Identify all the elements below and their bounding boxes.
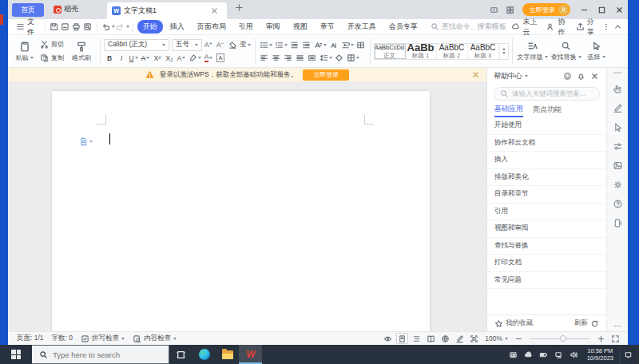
styles-scroll-down-icon[interactable] (502, 52, 506, 54)
home-tab[interactable]: 首页 (12, 3, 44, 17)
taskbar-search-input[interactable] (53, 350, 149, 359)
fullscreen-icon[interactable] (609, 333, 621, 344)
close-help-panel-icon[interactable] (589, 71, 600, 82)
increase-indent-button[interactable] (301, 39, 312, 50)
ribbon-tab-developer[interactable]: 开发工具 (342, 20, 382, 34)
pointer-select-icon[interactable] (608, 117, 627, 136)
help-item-insert[interactable]: 插入 (487, 152, 606, 169)
document-tab[interactable]: W 文字文稿1 (107, 2, 227, 19)
styles-scroll-up-icon[interactable] (502, 48, 506, 50)
help-title-dropdown-icon[interactable] (525, 75, 528, 77)
italic-button[interactable]: I (116, 53, 127, 64)
battery-icon[interactable] (537, 345, 550, 364)
ribbon-tab-view[interactable]: 视图 (288, 20, 313, 34)
style-normal[interactable]: AaBbCcDd 正文 (375, 44, 406, 59)
help-item-references[interactable]: 引用 (487, 204, 606, 221)
ribbon-tab-page-layout[interactable]: 页面布局 (192, 20, 232, 34)
underline-button[interactable]: U (128, 53, 139, 64)
view-web-layout-icon[interactable] (439, 333, 451, 344)
distribute-button[interactable] (307, 52, 318, 63)
shading-button[interactable] (334, 52, 345, 63)
help-tab-basics[interactable]: 基础应用 (494, 104, 523, 117)
view-outline-icon[interactable] (411, 333, 423, 344)
layout-grid-icon[interactable] (502, 2, 518, 18)
action-center-icon[interactable] (620, 345, 636, 364)
copy-button[interactable]: 复制 (38, 52, 66, 64)
news-widget-icon[interactable] (506, 345, 520, 364)
word-count[interactable]: 字数: 0 (50, 334, 75, 343)
align-left-button[interactable] (259, 52, 270, 63)
refresh-button[interactable]: 刷新 (574, 318, 599, 328)
justify-button[interactable] (295, 52, 306, 63)
zoom-in-icon[interactable] (595, 333, 607, 344)
view-write-mode-icon[interactable] (454, 333, 466, 344)
text-tool-button[interactable] (313, 39, 327, 50)
find-replace-button[interactable]: 查找替换 (550, 41, 583, 61)
redo-icon[interactable] (115, 21, 126, 34)
superscript-button[interactable]: X² (152, 53, 163, 64)
file-explorer-button[interactable] (216, 345, 239, 364)
help-search-input[interactable]: 请输入关键词搜索答案... (494, 87, 600, 101)
command-search-input[interactable]: 查找命令、搜索模板 (431, 22, 509, 32)
notification-login-button[interactable]: 立即登录 (303, 69, 349, 81)
cut-button[interactable]: 剪切 (38, 38, 66, 50)
export-pdf-icon[interactable] (60, 21, 71, 34)
help-item-toc-chapters[interactable]: 目录和章节 (487, 186, 606, 204)
font-color-button[interactable]: A (203, 53, 214, 64)
content-check-toggle[interactable]: 内容检查 (130, 334, 179, 343)
more-options-icon[interactable] (601, 24, 611, 30)
login-button[interactable]: 立即登录 (522, 3, 570, 16)
char-scale-button[interactable] (328, 39, 339, 50)
close-document-icon[interactable] (206, 3, 222, 19)
undo-icon[interactable] (101, 21, 112, 34)
char-border-button[interactable]: A (215, 53, 226, 64)
ribbon-tab-section[interactable]: 章节 (315, 20, 340, 34)
ribbon-tab-references[interactable]: 引用 (233, 20, 259, 34)
help-item-view-review[interactable]: 视图和审阅 (487, 220, 606, 238)
image-tool-icon[interactable] (608, 156, 627, 175)
subscript-button[interactable]: X₂ (164, 53, 175, 64)
view-read-mode-icon[interactable] (425, 333, 437, 344)
eye-protection-icon[interactable] (382, 333, 394, 344)
collapse-ribbon-icon[interactable] (613, 21, 623, 34)
document-canvas[interactable] (8, 81, 486, 331)
number-list-button[interactable] (274, 39, 288, 50)
font-size-select[interactable]: 五号 (172, 39, 202, 51)
strikethrough-button[interactable]: A (140, 53, 151, 64)
task-view-button[interactable] (169, 345, 192, 364)
style-heading1[interactable]: AaBb 标题 1 (406, 44, 437, 59)
clear-format-button[interactable] (227, 39, 238, 50)
decrease-indent-button[interactable] (289, 39, 300, 50)
network-icon[interactable] (552, 345, 566, 364)
spell-check-toggle[interactable]: 拼写检查 (78, 334, 127, 343)
wrap-button[interactable] (340, 39, 355, 50)
ribbon-tab-home[interactable]: 开始 (137, 20, 163, 34)
share-button[interactable]: 分享 (573, 17, 600, 38)
feedback-smiley-icon[interactable] (562, 71, 573, 82)
taskbar-search[interactable] (32, 345, 169, 364)
paste-options-icon[interactable] (79, 137, 93, 146)
new-tab-button[interactable] (235, 1, 244, 15)
zoom-slider[interactable] (530, 338, 590, 339)
settings-gear-icon[interactable] (608, 175, 627, 194)
save-icon[interactable] (49, 21, 60, 34)
help-item-find-replace[interactable]: 查找与替换 (487, 238, 606, 255)
docer-tab[interactable]: 稻壳 (54, 4, 78, 14)
file-menu-button[interactable]: 文件 (13, 17, 42, 38)
shrink-font-button[interactable]: A⁻ (215, 39, 226, 50)
volume-icon[interactable] (567, 345, 581, 364)
borders-button[interactable] (346, 52, 360, 63)
font-name-select[interactable]: Calibri (正文) (104, 39, 169, 51)
align-center-button[interactable] (271, 52, 282, 63)
onedrive-cloud-icon[interactable] (522, 345, 535, 364)
collaborate-button[interactable]: 协作 (543, 17, 570, 38)
print-preview-icon[interactable] (82, 21, 93, 34)
ribbon-tab-member[interactable]: 会员专享 (383, 20, 423, 34)
start-button[interactable] (0, 345, 32, 364)
wps-office-button[interactable]: W (239, 345, 262, 364)
edge-browser-button[interactable] (192, 345, 216, 364)
help-tab-highlights[interactable]: 亮点功能 (533, 105, 562, 117)
gesture-annotate-icon[interactable] (608, 79, 627, 98)
bold-button[interactable]: B (104, 53, 115, 64)
help-item-layout-beautify[interactable]: 排版和美化 (487, 169, 606, 187)
